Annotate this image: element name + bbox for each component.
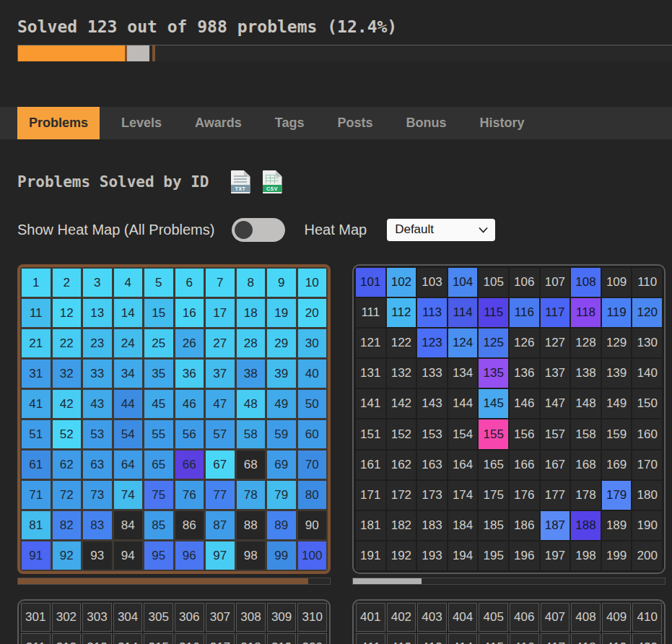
problem-cell-130[interactable]: 130: [632, 328, 662, 357]
problem-cell-119[interactable]: 119: [602, 298, 632, 327]
problem-cell-109[interactable]: 109: [602, 268, 632, 297]
problem-cell-61[interactable]: 61: [22, 451, 51, 479]
problem-cell-68[interactable]: 68: [237, 451, 266, 479]
problem-cell-84[interactable]: 84: [114, 511, 143, 539]
problem-cell-133[interactable]: 133: [417, 359, 447, 388]
problem-cell-153[interactable]: 153: [417, 419, 447, 448]
problem-cell-135[interactable]: 135: [479, 359, 508, 388]
problem-cell-199[interactable]: 199: [602, 541, 632, 570]
problem-cell-90[interactable]: 90: [298, 511, 327, 539]
problem-cell-99[interactable]: 99: [267, 541, 296, 570]
problem-cell-312[interactable]: 312: [52, 633, 82, 644]
problem-cell-420[interactable]: 420: [632, 633, 662, 644]
problem-cell-314[interactable]: 314: [113, 633, 143, 644]
problem-cell-71[interactable]: 71: [22, 481, 51, 509]
problem-cell-167[interactable]: 167: [541, 451, 570, 479]
problem-cell-19[interactable]: 19: [267, 299, 296, 327]
problem-cell-78[interactable]: 78: [237, 481, 266, 509]
problem-cell-181[interactable]: 181: [356, 511, 385, 540]
problem-cell-65[interactable]: 65: [144, 451, 173, 479]
problem-cell-413[interactable]: 413: [417, 633, 447, 644]
problem-cell-150[interactable]: 150: [632, 389, 662, 418]
problem-cell-123[interactable]: 123: [417, 328, 447, 357]
problem-cell-52[interactable]: 52: [53, 420, 82, 448]
problem-cell-1[interactable]: 1: [22, 269, 51, 297]
problem-cell-401[interactable]: 401: [356, 603, 385, 632]
problem-cell-55[interactable]: 55: [144, 420, 173, 448]
problem-cell-42[interactable]: 42: [53, 390, 82, 418]
problem-cell-50[interactable]: 50: [298, 390, 327, 418]
problem-cell-20[interactable]: 20: [298, 299, 327, 327]
problem-cell-139[interactable]: 139: [602, 359, 632, 388]
problem-cell-183[interactable]: 183: [417, 511, 447, 540]
problem-cell-21[interactable]: 21: [22, 329, 51, 357]
problem-cell-101[interactable]: 101: [356, 268, 385, 297]
problem-cell-8[interactable]: 8: [237, 269, 266, 297]
problem-cell-16[interactable]: 16: [175, 299, 204, 327]
problem-cell-56[interactable]: 56: [175, 420, 204, 448]
problem-cell-317[interactable]: 317: [206, 633, 235, 644]
problem-cell-77[interactable]: 77: [206, 481, 235, 509]
problem-cell-170[interactable]: 170: [632, 451, 662, 479]
problem-cell-40[interactable]: 40: [298, 360, 327, 388]
txt-file-icon[interactable]: TXT: [231, 170, 250, 193]
problem-cell-104[interactable]: 104: [448, 268, 478, 297]
problem-cell-12[interactable]: 12: [53, 299, 82, 327]
problem-cell-60[interactable]: 60: [298, 420, 327, 448]
scrollbar-thumb[interactable]: [353, 578, 422, 584]
problem-cell-93[interactable]: 93: [83, 541, 112, 570]
problem-cell-64[interactable]: 64: [114, 451, 143, 479]
problem-cell-126[interactable]: 126: [510, 328, 539, 357]
tab-posts[interactable]: Posts: [326, 107, 384, 139]
problem-cell-186[interactable]: 186: [510, 511, 539, 540]
problem-cell-158[interactable]: 158: [571, 419, 601, 448]
problem-cell-418[interactable]: 418: [571, 633, 601, 644]
problem-cell-81[interactable]: 81: [22, 511, 51, 539]
problem-cell-30[interactable]: 30: [298, 329, 327, 357]
problem-cell-309[interactable]: 309: [267, 603, 297, 632]
problem-cell-171[interactable]: 171: [356, 481, 385, 510]
problem-cell-301[interactable]: 301: [21, 603, 51, 632]
problem-cell-118[interactable]: 118: [571, 298, 601, 327]
problem-cell-66[interactable]: 66: [175, 451, 204, 479]
problem-cell-187[interactable]: 187: [541, 511, 570, 540]
problem-cell-124[interactable]: 124: [448, 328, 478, 357]
problem-cell-409[interactable]: 409: [602, 603, 632, 632]
problem-cell-73[interactable]: 73: [83, 481, 112, 509]
problem-cell-37[interactable]: 37: [206, 360, 235, 388]
problem-cell-416[interactable]: 416: [510, 633, 539, 644]
problem-cell-5[interactable]: 5: [144, 269, 173, 297]
problem-cell-176[interactable]: 176: [510, 481, 539, 510]
problem-cell-157[interactable]: 157: [541, 419, 570, 448]
problem-cell-194[interactable]: 194: [448, 541, 478, 570]
problem-cell-44[interactable]: 44: [114, 390, 143, 418]
problem-cell-417[interactable]: 417: [541, 633, 570, 644]
left-grid-scrollbar[interactable]: [17, 578, 331, 585]
problem-cell-98[interactable]: 98: [237, 541, 266, 570]
problem-cell-163[interactable]: 163: [417, 451, 447, 479]
problem-cell-110[interactable]: 110: [632, 268, 662, 297]
problem-cell-408[interactable]: 408: [571, 603, 601, 632]
problem-cell-6[interactable]: 6: [175, 269, 204, 297]
problem-cell-145[interactable]: 145: [479, 389, 508, 418]
problem-cell-313[interactable]: 313: [82, 633, 112, 644]
problem-cell-49[interactable]: 49: [267, 390, 296, 418]
problem-cell-174[interactable]: 174: [448, 481, 478, 510]
problem-cell-103[interactable]: 103: [417, 268, 447, 297]
problem-cell-198[interactable]: 198: [571, 541, 601, 570]
problem-cell-112[interactable]: 112: [387, 298, 416, 327]
problem-cell-94[interactable]: 94: [114, 541, 143, 570]
problem-cell-89[interactable]: 89: [267, 511, 296, 539]
problem-cell-47[interactable]: 47: [206, 390, 235, 418]
problem-cell-92[interactable]: 92: [53, 541, 82, 570]
problem-cell-82[interactable]: 82: [53, 511, 82, 539]
problem-cell-106[interactable]: 106: [510, 268, 539, 297]
problem-cell-23[interactable]: 23: [83, 329, 112, 357]
problem-cell-53[interactable]: 53: [83, 420, 112, 448]
problem-cell-138[interactable]: 138: [571, 359, 601, 388]
problem-cell-87[interactable]: 87: [206, 511, 235, 539]
problem-cell-175[interactable]: 175: [479, 481, 508, 510]
problem-cell-105[interactable]: 105: [479, 268, 508, 297]
problem-cell-166[interactable]: 166: [510, 451, 539, 479]
problem-cell-310[interactable]: 310: [297, 603, 327, 632]
